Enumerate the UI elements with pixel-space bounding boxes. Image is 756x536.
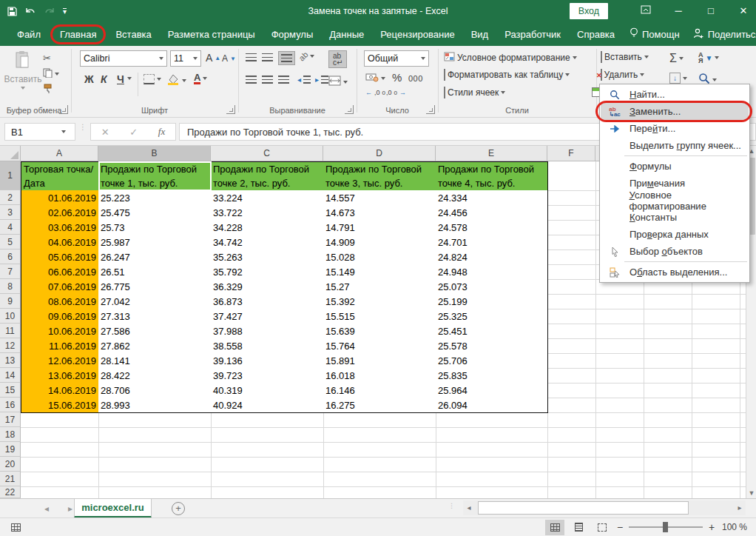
tab-home[interactable]: Главная xyxy=(50,24,106,44)
grid-cell[interactable]: 36.329 xyxy=(211,279,324,295)
shrink-font-button[interactable]: А▼ xyxy=(222,53,236,64)
grid-cell[interactable]: 26.775 xyxy=(98,279,212,295)
grid-cell[interactable]: 27.313 xyxy=(98,309,212,324)
row-header-3[interactable]: 3 xyxy=(0,205,21,220)
sheet-tab[interactable]: microexcel.ru xyxy=(74,499,152,518)
menu-item-7[interactable]: Условное форматирование xyxy=(601,192,749,209)
delete-cells-button[interactable]: ✕Удалить xyxy=(601,70,644,80)
cut-button[interactable]: ✂ xyxy=(43,53,51,64)
align-bottom-button[interactable] xyxy=(278,51,295,65)
grid-cell[interactable]: 25.987 xyxy=(98,235,212,250)
grid-cell[interactable]: 37.988 xyxy=(211,324,324,339)
row-header-12[interactable]: 12 xyxy=(0,338,21,353)
grid-cell[interactable]: 38.558 xyxy=(211,338,324,354)
grid-cell[interactable]: 39.723 xyxy=(211,368,324,383)
copy-button[interactable] xyxy=(43,68,59,80)
grid-cell[interactable]: 25.964 xyxy=(436,383,548,398)
paste-button[interactable]: Вставить xyxy=(6,50,40,90)
tab-view[interactable]: Вид xyxy=(463,25,497,44)
grid-cell[interactable]: 05.06.2019 xyxy=(21,249,99,265)
grid-cell[interactable]: 14.673 xyxy=(323,205,436,221)
grid-cell[interactable]: 36.873 xyxy=(211,294,324,309)
format-as-table-button[interactable]: Форматировать как таблицу xyxy=(444,70,570,80)
zoom-in-button[interactable]: + xyxy=(706,521,718,533)
row-header-15[interactable]: 15 xyxy=(0,383,21,398)
cell-styles-button[interactable]: Стили ячеек xyxy=(444,87,505,98)
italic-button[interactable]: К xyxy=(98,73,110,86)
grid-cell[interactable]: 14.557 xyxy=(323,190,436,206)
row-header-8[interactable]: 8 xyxy=(0,279,21,294)
grid-cell[interactable]: 24.824 xyxy=(436,249,548,265)
menu-item-5[interactable]: Формулы xyxy=(601,158,749,175)
grid-cell[interactable]: 24.948 xyxy=(436,264,548,280)
grid-cell[interactable]: 15.149 xyxy=(323,264,436,280)
align-left-button[interactable] xyxy=(246,76,257,84)
underline-dropdown[interactable] xyxy=(127,77,132,80)
select-all-corner[interactable] xyxy=(0,146,21,161)
grid-cell[interactable]: 24.701 xyxy=(436,235,548,250)
grid-cell[interactable]: 34.742 xyxy=(211,235,324,250)
row-header-4[interactable]: 4 xyxy=(0,220,21,235)
grid-cell[interactable]: 24.578 xyxy=(436,220,548,235)
grid-cell[interactable]: 28.422 xyxy=(98,368,212,383)
row-header-1[interactable]: 1 xyxy=(0,161,21,190)
grid-cell[interactable]: 11.06.2019 xyxy=(21,338,99,354)
menu-item-9[interactable]: Проверка данных xyxy=(601,226,749,243)
row-header-11[interactable]: 11 xyxy=(0,324,21,338)
horizontal-scrollbar[interactable]: ◂ ▸ xyxy=(463,500,746,515)
grid-cell[interactable]: 28.141 xyxy=(98,353,212,369)
grid-cell[interactable]: 25.578 xyxy=(436,338,548,354)
grid-cell[interactable]: 15.515 xyxy=(323,309,436,324)
grid-cell[interactable]: 28.993 xyxy=(98,398,212,413)
row-header-17[interactable]: 17 xyxy=(0,412,21,427)
grid-cell[interactable]: 25.073 xyxy=(436,279,548,295)
sort-filter-button[interactable]: АЯ▼ xyxy=(698,52,719,64)
grid-cell[interactable]: 34.228 xyxy=(211,220,324,235)
tab-page-layout[interactable]: Разметка страницы xyxy=(160,25,263,44)
insert-cells-button[interactable]: Вставить xyxy=(601,52,649,62)
tab-developer[interactable]: Разработчик xyxy=(496,25,569,44)
column-header-b[interactable]: B xyxy=(98,146,211,161)
accounting-format-button[interactable] xyxy=(365,73,385,84)
menu-item-4[interactable]: Выделить группу ячеек... xyxy=(601,137,749,154)
align-top-button[interactable] xyxy=(246,53,257,61)
tab-formulas[interactable]: Формулы xyxy=(263,25,322,44)
decrease-indent-button[interactable]: ◂ xyxy=(297,76,311,84)
grid-cell[interactable]: 15.392 xyxy=(323,294,436,309)
table-header-cell[interactable]: Торговая точка/Дата xyxy=(21,161,99,191)
grid-cell[interactable]: 25.706 xyxy=(436,353,548,369)
increase-indent-button[interactable]: ▸ xyxy=(315,76,328,84)
grid-cell[interactable]: 25.223 xyxy=(98,190,212,206)
align-center-button[interactable] xyxy=(262,76,273,84)
grid-cell[interactable]: 01.06.2019 xyxy=(21,190,99,206)
row-header-19[interactable]: 19 xyxy=(0,442,21,457)
grid-cell[interactable]: 15.891 xyxy=(323,353,436,369)
tell-me-box[interactable]: Помощн xyxy=(623,24,686,44)
share-button[interactable]: Поделиться xyxy=(686,24,756,44)
grid-cell[interactable]: 12.06.2019 xyxy=(21,353,99,369)
grid-cell[interactable]: 15.639 xyxy=(323,324,436,339)
row-header-14[interactable]: 14 xyxy=(0,368,21,383)
font-color-button[interactable]: А xyxy=(194,73,207,84)
ribbon-display-options-icon[interactable] xyxy=(633,0,658,22)
align-right-button[interactable] xyxy=(278,76,289,84)
bold-button[interactable]: Ж xyxy=(81,73,97,86)
scroll-right-icon[interactable]: ▸ xyxy=(734,500,746,515)
grid-cell[interactable]: 15.06.2019 xyxy=(21,398,99,413)
grid-cell[interactable]: 33.224 xyxy=(211,190,324,206)
number-format-select[interactable]: Общий xyxy=(364,50,429,67)
grid-cell[interactable]: 37.427 xyxy=(211,309,324,324)
wrap-text-button[interactable]: abc↵ xyxy=(328,50,347,68)
fill-button[interactable]: ↓ xyxy=(669,73,687,84)
grid-cell[interactable]: 24.456 xyxy=(436,205,548,221)
fill-color-button[interactable] xyxy=(167,74,186,87)
percent-button[interactable]: % xyxy=(392,71,402,84)
conditional-formatting-button[interactable]: Условное форматирование xyxy=(444,52,577,64)
grid-cell[interactable]: 27.862 xyxy=(98,338,212,354)
grid-cell[interactable]: 16.275 xyxy=(323,398,436,413)
cancel-icon[interactable]: ✕ xyxy=(101,127,109,138)
grid-cell[interactable]: 39.136 xyxy=(211,353,324,369)
row-header-18[interactable]: 18 xyxy=(0,427,21,442)
enter-icon[interactable]: ✓ xyxy=(129,127,138,138)
grid-cell[interactable]: 09.06.2019 xyxy=(21,309,99,324)
